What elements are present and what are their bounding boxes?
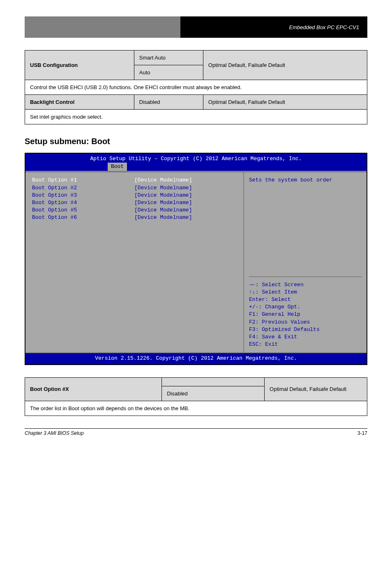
page-footer: Chapter 3 AMI BIOS Setup 3-17 xyxy=(25,428,367,436)
header-product-name: Embedded Box PC EPC-CV1 xyxy=(180,16,367,38)
bios-key-line: ESC: Exit xyxy=(249,341,362,348)
bios-footer-bar: Version 2.15.1226. Copyright (C) 2012 Am… xyxy=(25,352,367,364)
bios-title-bar: Aptio Setup Utility – Copyright (C) 2012… xyxy=(25,154,367,163)
bios-item-value: [Device Modelname] xyxy=(134,214,237,221)
t1-r1-opt2: Auto xyxy=(134,65,203,80)
page-header: Embedded Box PC EPC-CV1 xyxy=(25,16,367,38)
bios-help-description: Sets the system boot order xyxy=(249,177,362,184)
bios-tab-boot[interactable]: Boot xyxy=(108,163,127,171)
t1-r1-opt1: Smart Auto xyxy=(134,51,203,65)
bios-item-label: Boot Option #6 xyxy=(32,214,134,221)
t1-r3-name: Backlight Control xyxy=(25,95,134,110)
bios-item-value: [Device Modelname] xyxy=(134,184,237,192)
bios-key-help: →←: Select Screen ↑↓: Select Item Enter:… xyxy=(249,276,362,349)
bios-key-line: F3: Optimized Defaults xyxy=(249,326,362,333)
bios-body: Boot Option #1 [Device Modelname] Boot O… xyxy=(25,172,367,352)
bios-item-value: [Device Modelname] xyxy=(134,192,237,199)
bios-main-panel: Boot Option #1 [Device Modelname] Boot O… xyxy=(25,172,244,352)
footer-page-number: 3-17 xyxy=(357,430,367,436)
bios-item-label: Boot Option #4 xyxy=(32,199,134,207)
t1-r3-opt: Disabled xyxy=(134,95,203,110)
bios-screenshot: Aptio Setup Utility – Copyright (C) 2012… xyxy=(25,153,367,365)
spec-table-1: USB Configuration Smart Auto Optimal Def… xyxy=(25,50,367,124)
bios-key-line: F2: Previous Values xyxy=(249,319,362,326)
t1-r2-desc: Control the USB EHCI (USB 2.0) functions… xyxy=(25,80,367,95)
bios-boot-option-1[interactable]: Boot Option #1 [Device Modelname] xyxy=(32,177,237,184)
bios-boot-option-3[interactable]: Boot Option #3 [Device Modelname] xyxy=(32,192,237,199)
bios-key-line: ↑↓: Select Item xyxy=(249,289,362,296)
bios-key-line: F4: Save & Exit xyxy=(249,333,362,341)
bios-boot-option-5[interactable]: Boot Option #5 [Device Modelname] xyxy=(32,207,237,214)
bios-boot-option-6[interactable]: Boot Option #6 [Device Modelname] xyxy=(32,214,237,221)
bios-item-label: Boot Option #5 xyxy=(32,207,134,214)
t2-r1-name: Boot Option #X xyxy=(25,377,162,401)
bios-item-label: Boot Option #1 xyxy=(32,177,134,184)
bios-side-panel: Sets the system boot order →←: Select Sc… xyxy=(244,172,367,352)
bios-key-line: +/-: Change Opt. xyxy=(249,303,362,311)
bios-boot-option-2[interactable]: Boot Option #2 [Device Modelname] xyxy=(32,184,237,192)
t2-r1-default: Optimal Default, Failsafe Default xyxy=(265,377,367,401)
bios-item-label: Boot Option #3 xyxy=(32,192,134,199)
t2-r1-opt1 xyxy=(162,377,265,386)
bios-item-value: [Device Modelname] xyxy=(134,177,237,184)
header-left-block xyxy=(25,16,180,38)
t1-r3-default: Optimal Default, Failsafe Default xyxy=(203,95,367,110)
bios-tab-row: Boot xyxy=(25,163,367,172)
section-title: Setup submenu: Boot xyxy=(25,137,367,146)
bios-key-line: →←: Select Screen xyxy=(249,281,362,289)
t2-r1-opt2: Disabled xyxy=(162,386,265,401)
bios-key-line: F1: General Help xyxy=(249,311,362,318)
bios-item-value: [Device Modelname] xyxy=(134,207,237,214)
t1-r4-desc: Set intel graphics mode select. xyxy=(25,110,367,124)
bios-item-label: Boot Option #2 xyxy=(32,184,134,192)
bios-key-line: Enter: Select xyxy=(249,296,362,303)
spec-table-2: Boot Option #X Optimal Default, Failsafe… xyxy=(25,377,367,416)
t2-r2-desc: The order list in Boot option will depen… xyxy=(25,401,367,416)
bios-boot-option-4[interactable]: Boot Option #4 [Device Modelname] xyxy=(32,199,237,207)
footer-chapter: Chapter 3 AMI BIOS Setup xyxy=(25,430,84,436)
bios-item-value: [Device Modelname] xyxy=(134,199,237,207)
t1-r1-default: Optimal Default, Failsafe Default xyxy=(203,51,367,80)
t1-r1-name: USB Configuration xyxy=(25,51,134,80)
